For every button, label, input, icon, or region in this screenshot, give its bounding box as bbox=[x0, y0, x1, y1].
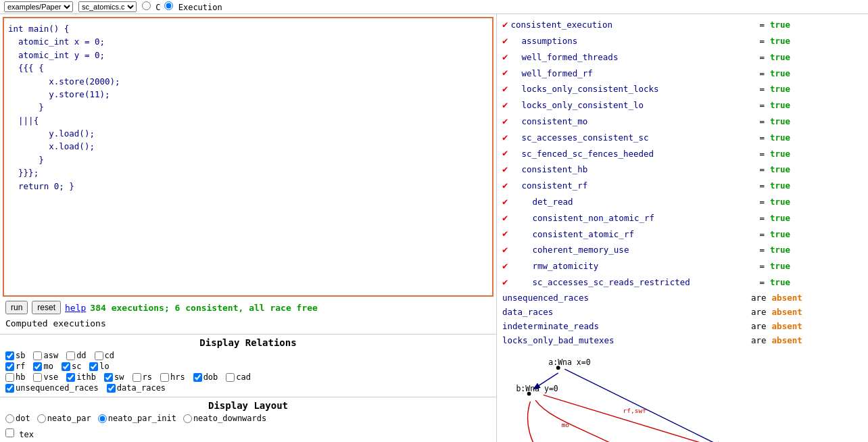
cb-rs[interactable]: rs bbox=[132, 372, 152, 382]
checkbox-row-4: unsequenced_races data_races bbox=[5, 383, 491, 393]
cb-cd[interactable]: cd bbox=[95, 351, 114, 360]
prop-sc-accesses-consistent-sc: ✔ sc_accesses_consistent_sc = true bbox=[502, 130, 863, 146]
prop-name: consistent_rf bbox=[510, 178, 754, 193]
prop-data-races: data_races are absent bbox=[502, 305, 863, 319]
cb-hb[interactable]: hb bbox=[5, 372, 25, 382]
example-select[interactable]: examples/Paper bbox=[4, 1, 73, 12]
cb-lo[interactable]: lo bbox=[89, 362, 109, 371]
layout-neato-downwards[interactable]: neato_downwards bbox=[183, 414, 266, 423]
check-icon: ✔ bbox=[502, 114, 508, 130]
check-icon: ✔ bbox=[502, 65, 508, 81]
check-icon: ✔ bbox=[502, 194, 508, 210]
prop-name: consistent_mo bbox=[510, 114, 754, 128]
prop-name: indeterminate_reads bbox=[502, 319, 746, 333]
cb-sb[interactable]: sb bbox=[5, 351, 25, 360]
prop-well-formed-rf: ✔ well_formed_rf = true bbox=[502, 65, 863, 81]
check-icon: ✔ bbox=[502, 33, 508, 49]
mode-exec-radio[interactable] bbox=[164, 1, 173, 10]
prop-val: true bbox=[770, 195, 790, 209]
prop-consistent-non-atomic-rf: ✔ consistent_non_atomic_rf = true bbox=[502, 210, 863, 226]
check-icon: ✔ bbox=[502, 49, 508, 66]
layout-neato-par[interactable]: neato_par bbox=[37, 414, 91, 423]
check-icon: ✔ bbox=[502, 258, 508, 274]
node-b-dot bbox=[527, 391, 531, 395]
prop-val: true bbox=[770, 147, 790, 161]
left-panel: int main() { atomic_int x = 0; atomic_in… bbox=[0, 14, 497, 442]
prop-val: absent bbox=[772, 319, 802, 333]
help-link[interactable]: help bbox=[65, 303, 86, 313]
file-select[interactable]: sc_atomics.c bbox=[78, 1, 137, 12]
cb-dob[interactable]: dob bbox=[193, 372, 218, 382]
prop-coherent-memory-use: ✔ coherent_memory_use = true bbox=[502, 242, 863, 258]
layout-neato-par-init[interactable]: neato_par_init bbox=[98, 414, 176, 423]
tex-row: tex bbox=[0, 426, 496, 442]
cb-hrs[interactable]: hrs bbox=[160, 372, 185, 382]
cb-rf[interactable]: rf bbox=[5, 362, 25, 371]
prop-val: absent bbox=[772, 305, 802, 319]
prop-val: true bbox=[770, 50, 790, 64]
mode-c-label[interactable]: C bbox=[142, 1, 160, 12]
prop-indeterminate-reads: indeterminate_reads are absent bbox=[502, 319, 863, 333]
cb-unsequenced-races[interactable]: unsequenced_races bbox=[5, 383, 99, 393]
prop-name: consistent_hb bbox=[510, 162, 754, 176]
node-a-label: a:Wna x=0 bbox=[548, 358, 590, 367]
prop-val: absent bbox=[772, 291, 802, 305]
prop-val: true bbox=[770, 18, 790, 32]
tex-text: tex bbox=[19, 430, 34, 439]
prop-name: unsequenced_races bbox=[502, 291, 746, 305]
tex-label[interactable]: tex bbox=[5, 428, 34, 439]
edge-label-rfswf: rf,swf bbox=[623, 407, 647, 414]
mode-exec-label[interactable]: Execution bbox=[164, 1, 222, 12]
cb-vse[interactable]: vse bbox=[33, 372, 58, 382]
radio-layout-row: dot neato_par neato_par_init neato_downw… bbox=[5, 414, 491, 423]
prop-val: absent bbox=[772, 333, 802, 347]
prop-unsequenced-races: unsequenced_races are absent bbox=[502, 291, 863, 305]
prop-locks-only-consistent-lo: ✔ locks_only_consistent_lo = true bbox=[502, 97, 863, 114]
display-layout-title: Display Layout bbox=[5, 400, 491, 411]
graph-svg: mo rf,swf sw sc sb,sc sb,sc mo bbox=[502, 355, 854, 442]
run-button[interactable]: run bbox=[5, 301, 28, 314]
cb-sc[interactable]: sc bbox=[62, 362, 81, 371]
mode-c-radio[interactable] bbox=[142, 1, 151, 10]
check-icon: ✔ bbox=[502, 274, 508, 291]
prop-val: true bbox=[770, 114, 790, 128]
prop-rmw-atomicity: ✔ rmw_atomicity = true bbox=[502, 258, 863, 274]
prop-consistent-hb: ✔ consistent_hb = true bbox=[502, 162, 863, 178]
reset-button[interactable]: reset bbox=[32, 301, 61, 314]
prop-val: true bbox=[770, 162, 790, 176]
check-icon: ✔ bbox=[502, 145, 508, 162]
main-area: int main() { atomic_int x = 0; atomic_in… bbox=[0, 14, 868, 442]
check-icon: ✔ bbox=[502, 17, 508, 33]
cb-asw[interactable]: asw bbox=[33, 351, 58, 360]
layout-dot[interactable]: dot bbox=[5, 414, 30, 423]
mode-exec-text: Execution bbox=[178, 3, 222, 12]
check-icon: ✔ bbox=[502, 210, 508, 226]
display-relations-title: Display Relations bbox=[5, 337, 491, 348]
display-relations: Display Relations sb asw dd cd rf mo sc … bbox=[0, 334, 496, 397]
cb-data-races[interactable]: data_races bbox=[107, 383, 166, 393]
computed-section: Computed executions bbox=[0, 316, 496, 334]
prop-val: true bbox=[770, 243, 790, 257]
prop-det-read: ✔ det_read = true bbox=[502, 194, 863, 210]
check-icon: ✔ bbox=[502, 97, 508, 114]
right-panel: ✔ consistent_execution = true ✔ assumpti… bbox=[497, 14, 868, 442]
cb-cad[interactable]: cad bbox=[226, 372, 251, 382]
prop-name: locks_only_consistent_lo bbox=[510, 98, 754, 112]
cb-ithb[interactable]: ithb bbox=[66, 372, 96, 382]
display-layout: Display Layout dot neato_par neato_par_i… bbox=[0, 397, 496, 426]
prop-consistent-execution: ✔ consistent_execution = true bbox=[502, 17, 863, 33]
node-a-dot bbox=[556, 366, 560, 370]
prop-name: det_read bbox=[510, 195, 754, 209]
tex-checkbox[interactable] bbox=[5, 428, 14, 437]
computed-title: Computed executions bbox=[5, 318, 491, 328]
top-bar: examples/Paper sc_atomics.c C Execution bbox=[0, 0, 868, 14]
run-bar: run reset help 384 executions; 6 consist… bbox=[0, 299, 496, 316]
prop-name: sc_accesses_sc_reads_restricted bbox=[510, 275, 754, 289]
prop-val: true bbox=[770, 259, 790, 273]
prop-val: true bbox=[770, 178, 790, 193]
cb-mo[interactable]: mo bbox=[33, 362, 53, 371]
code-editor[interactable]: int main() { atomic_int x = 0; atomic_in… bbox=[3, 17, 493, 297]
prop-val: true bbox=[770, 66, 790, 80]
cb-dd[interactable]: dd bbox=[66, 351, 86, 360]
cb-sw[interactable]: sw bbox=[104, 372, 124, 382]
